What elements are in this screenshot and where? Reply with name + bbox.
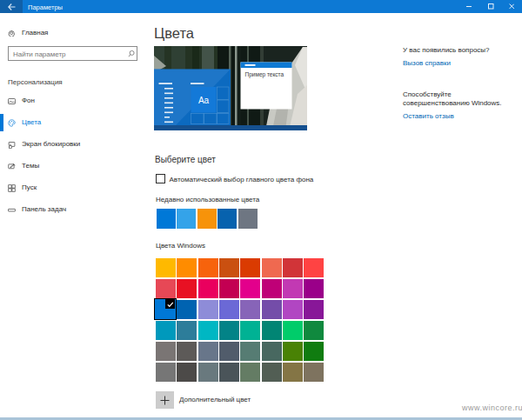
svg-text:Пример текста: Пример текста: [245, 71, 284, 78]
svg-text:Aa: Aa: [198, 96, 210, 105]
